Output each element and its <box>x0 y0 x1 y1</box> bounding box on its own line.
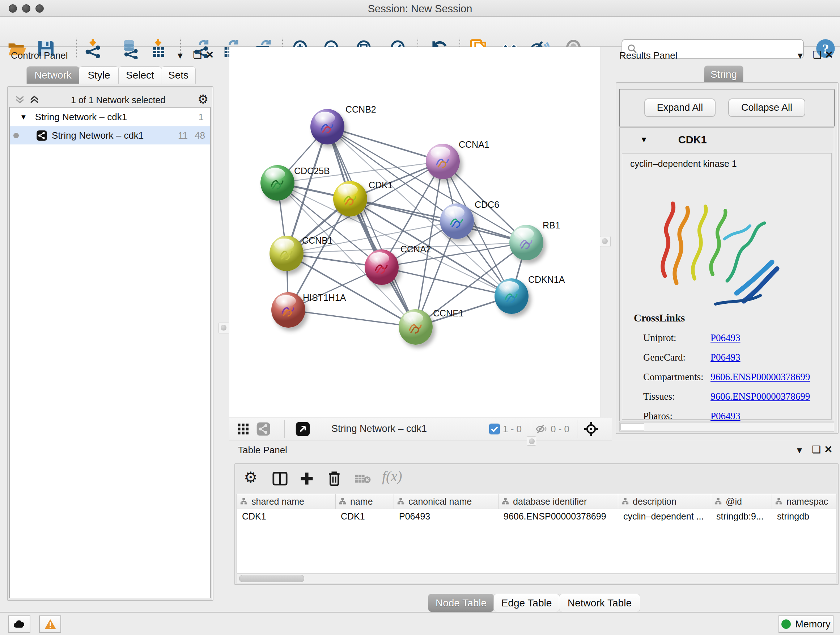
network-node-CCNB2[interactable] <box>310 109 344 144</box>
network-node-CCNB1[interactable] <box>270 236 303 271</box>
expand-all-button[interactable]: Expand All <box>644 98 715 117</box>
open-in-window-icon[interactable] <box>295 421 310 437</box>
network-node-RB1[interactable] <box>509 225 543 260</box>
network-options-gear-icon[interactable]: ⚙ <box>197 92 208 106</box>
tab-network-table[interactable]: Network Table <box>559 594 640 612</box>
protein-thumbnail-icon <box>370 257 392 279</box>
delete-table-icon[interactable] <box>355 473 371 485</box>
hidden-eye-slash-icon <box>535 423 548 435</box>
right-splitter-handle[interactable] <box>600 236 611 247</box>
import-network-file-icon[interactable] <box>84 38 104 59</box>
crosslink-link[interactable]: P06493 <box>711 410 741 422</box>
toolbar-separator <box>76 38 77 59</box>
gene-detail-box: cyclin–dependent kinase 1 CrossLinks Uni… <box>622 153 832 420</box>
expand-all-icon[interactable] <box>28 93 41 106</box>
protein-thumbnail-icon <box>404 317 426 338</box>
crosslink-link[interactable]: P06493 <box>711 352 741 363</box>
tab-edge-table[interactable]: Edge Table <box>493 594 560 612</box>
crosslink-link[interactable]: P06493 <box>711 333 741 344</box>
selected-checkbox[interactable] <box>489 424 500 434</box>
network-collection-row[interactable]: ▼ String Network – cdk1 1 <box>10 108 210 126</box>
tab-network[interactable]: Network <box>27 66 80 84</box>
network-node-CDK1[interactable] <box>333 181 367 217</box>
tree-expander-icon[interactable]: ▼ <box>20 113 27 121</box>
table-container: ⚙ f(x) shared namenamecanonical namedata… <box>234 463 838 585</box>
table-panel-menu-icon[interactable]: ▼ <box>795 446 804 455</box>
network-row-selected[interactable]: String Network – cdk1 11 48 <box>10 126 210 144</box>
split-columns-icon[interactable] <box>272 471 288 486</box>
column-header-label: name <box>350 496 373 507</box>
network-node-CCNA2[interactable] <box>365 249 399 285</box>
protein-thumbnail-icon <box>275 243 297 264</box>
network-node-CDC6[interactable] <box>440 203 474 239</box>
collapse-all-button[interactable]: Collapse All <box>728 98 805 117</box>
protein-thumbnail-icon <box>316 116 338 138</box>
control-panel-float-icon[interactable]: ❏ <box>193 50 202 60</box>
window-title: Session: New Session <box>0 3 840 15</box>
table-cell[interactable]: stringdb:9... <box>711 509 772 524</box>
tab-node-table[interactable]: Node Table <box>428 594 494 612</box>
results-panel-float-icon[interactable]: ❏ <box>813 50 821 60</box>
table-panel-title: Table Panel <box>238 445 287 456</box>
tab-string[interactable]: String <box>704 65 744 83</box>
network-node-CDC25B[interactable] <box>261 165 294 201</box>
tab-sets[interactable]: Sets <box>161 66 196 84</box>
import-network-database-icon[interactable] <box>120 38 141 59</box>
tab-style[interactable]: Style <box>79 66 119 84</box>
table-cell[interactable]: 9606.ENSP00000378699 <box>499 509 618 524</box>
column-header-namespac[interactable]: namespac <box>772 494 836 509</box>
node-label-CDKN1A: CDKN1A <box>528 274 565 285</box>
column-header-database-identifier[interactable]: database identifier <box>499 494 618 509</box>
results-hscrollbar-thumb[interactable] <box>621 423 644 431</box>
birds-eye-view-icon[interactable] <box>583 421 599 437</box>
add-column-icon[interactable] <box>299 470 315 486</box>
table-hscrollbar-thumb[interactable] <box>239 575 304 582</box>
node-table: shared namenamecanonical namedatabase id… <box>237 494 836 573</box>
network-tree: ▼ String Network – cdk1 1 String Network… <box>9 107 210 598</box>
left-splitter-handle[interactable] <box>218 323 229 333</box>
table-panel-close-icon[interactable]: ✕ <box>824 445 832 455</box>
tab-select[interactable]: Select <box>118 66 162 84</box>
network-node-CDKN1A[interactable] <box>494 279 529 314</box>
table-cell[interactable]: CDK1 <box>336 509 393 524</box>
column-type-icon <box>501 497 509 505</box>
network-node-CCNE1[interactable] <box>399 309 433 345</box>
table-cell[interactable]: CDK1 <box>237 509 335 524</box>
delete-column-icon[interactable] <box>326 470 342 487</box>
crosslink-link[interactable]: 9606.ENSP00000378699 <box>711 371 810 383</box>
cloud-button[interactable] <box>8 616 30 633</box>
memory-button[interactable]: Memory <box>778 616 834 633</box>
function-builder-icon[interactable]: f(x) <box>382 468 402 485</box>
results-hscrollbar[interactable] <box>619 422 834 432</box>
column-header-name[interactable]: name <box>336 494 394 509</box>
column-header-canonical-name[interactable]: canonical name <box>394 494 499 509</box>
gear-icon[interactable]: ⚙ <box>244 469 257 486</box>
table-hscrollbar[interactable] <box>237 574 836 583</box>
table-cell[interactable]: P06493 <box>394 509 498 524</box>
column-type-icon <box>339 497 347 505</box>
table-cell[interactable]: cyclin–dependent ... <box>618 509 711 524</box>
collapse-all-icon[interactable] <box>14 93 26 106</box>
crosslink-link[interactable]: 9606.ENSP00000378699 <box>711 391 810 402</box>
results-panel-menu-icon[interactable]: ▼ <box>796 51 805 60</box>
control-panel-menu-icon[interactable]: ▼ <box>176 51 185 60</box>
import-table-icon[interactable] <box>148 38 168 59</box>
network-node-HIST1H1A[interactable] <box>271 292 305 328</box>
table-cell[interactable]: stringdb <box>772 509 836 524</box>
column-header--id[interactable]: @id <box>711 494 772 509</box>
network-canvas[interactable]: CCNB2 CCNA1 CDC25B CDK1 CDC6 RB1 <box>229 47 601 417</box>
grid-view-icon[interactable] <box>237 423 249 435</box>
network-node-CCNA1[interactable] <box>426 144 460 179</box>
table-panel-float-icon[interactable]: ❏ <box>812 445 821 455</box>
control-panel-close-icon[interactable]: ✕ <box>205 50 214 60</box>
results-panel-close-icon[interactable]: ✕ <box>825 50 833 60</box>
column-type-icon <box>397 497 405 505</box>
column-header-description[interactable]: description <box>618 494 711 509</box>
column-header-shared-name[interactable]: shared name <box>237 494 336 509</box>
status-bar: Memory <box>0 612 840 635</box>
protein-thumbnail-icon <box>515 232 537 254</box>
gene-collapse-icon[interactable]: ▼ <box>640 135 648 144</box>
warnings-button[interactable] <box>39 616 61 633</box>
gene-section-header: ▼ CDK1 <box>620 128 834 152</box>
string-view-icon[interactable] <box>256 422 271 436</box>
